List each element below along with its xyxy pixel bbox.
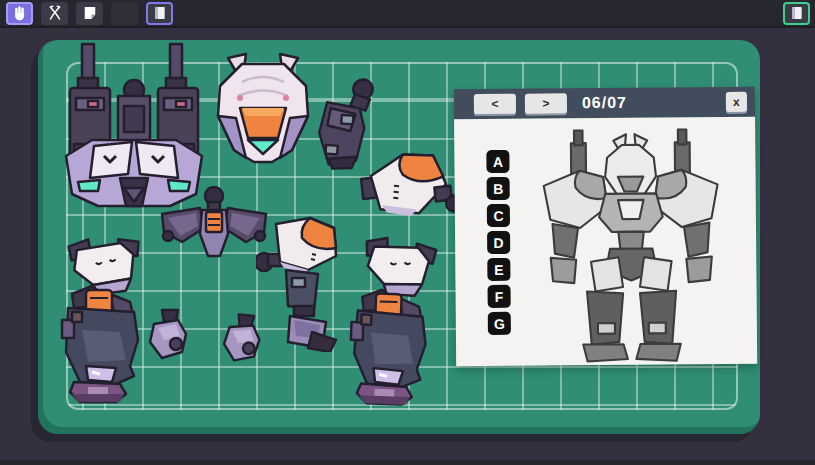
reference-mech-image [524,125,738,359]
piece-fist-left[interactable] [148,308,190,362]
pliers-icon [46,4,64,22]
part-label-d: D [487,231,510,254]
close-panel-button[interactable]: x [726,92,747,112]
piece-pelvis-with-hip-wings[interactable] [160,186,268,258]
part-label-e: E [487,258,510,281]
piece-left-leg[interactable] [58,284,144,404]
manual-tool-button[interactable] [146,2,173,25]
toolbar [0,0,815,28]
part-labels-column: A B C D E F G [486,150,511,335]
reference-panel-header: < > 06/07 x [454,87,755,120]
piece-mech-head[interactable] [212,52,314,166]
next-page-button[interactable]: > [525,93,567,113]
hand-icon [11,4,29,22]
reference-book-button[interactable] [783,2,810,25]
book-icon [152,4,168,22]
book-icon [789,4,805,22]
cutter-tool-button[interactable] [41,2,68,25]
piece-fist-right[interactable] [219,311,266,367]
part-label-g: G [488,312,511,335]
note-tool-button[interactable] [76,2,103,25]
part-label-f: F [488,285,511,308]
piece-right-leg[interactable] [344,287,434,408]
part-label-c: C [487,204,510,227]
piece-arm-with-pauldron[interactable] [256,216,344,352]
piece-torso-with-back-cannons[interactable] [58,40,210,210]
part-label-b: B [487,177,510,200]
empty-tool-slot [111,2,138,25]
hand-tool-button[interactable] [6,2,33,25]
note-icon [81,4,99,22]
part-label-a: A [486,150,509,173]
piece-shoulder-pauldron[interactable] [357,145,464,225]
prev-page-button[interactable]: < [474,94,516,114]
reference-panel-body: A B C D E F G [454,117,757,367]
bottom-edge-bar [0,460,815,465]
reference-panel: < > 06/07 x A B C D E F G [454,87,757,367]
